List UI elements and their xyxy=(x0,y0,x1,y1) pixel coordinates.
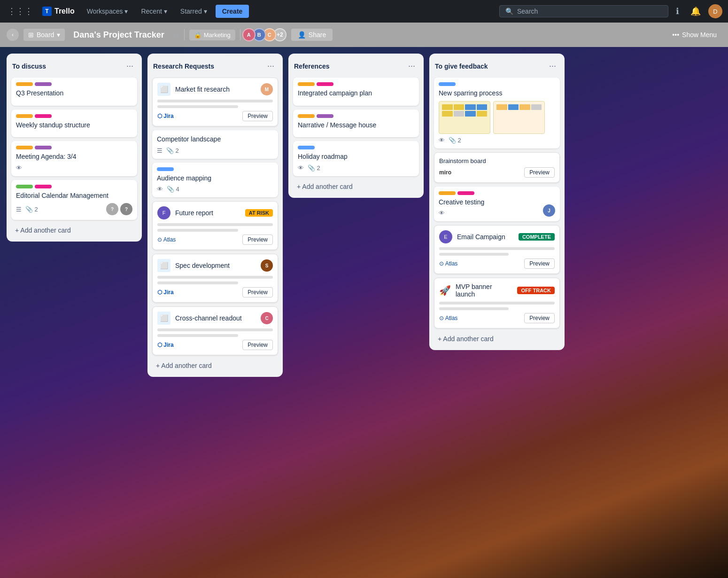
eye-icon: 👁 xyxy=(16,164,22,172)
progress-bar-2 xyxy=(157,334,238,337)
show-menu-button[interactable]: ••• Show Menu xyxy=(667,29,721,41)
notification-icon[interactable]: 🔔 xyxy=(687,4,705,18)
card-labels xyxy=(157,167,273,171)
jira-icon: ⬡ Jira xyxy=(157,342,174,348)
add-card-button[interactable]: + Add another card xyxy=(11,224,137,237)
card[interactable]: Competitor landscape☰📎 2 xyxy=(152,130,278,159)
column-research-requests: Research Requests ··· ⬜ Market fit resea… xyxy=(147,54,283,377)
progress-bar-2 xyxy=(157,105,238,108)
divider xyxy=(184,29,185,40)
miro-integration-card[interactable]: Brainstorm board miro Preview xyxy=(434,152,560,183)
board-view-button[interactable]: ⊞ Board ▾ xyxy=(23,29,65,41)
attachment-icon: 📎 4 xyxy=(167,186,179,193)
share-button[interactable]: 👤 Share xyxy=(291,29,333,41)
card-member-avatar: C xyxy=(261,312,273,324)
eye-icon: 👁 xyxy=(439,137,445,144)
card-title: Spec development xyxy=(175,262,256,269)
integration-card[interactable]: F Future report AT RISK ⊙ Atlas Preview xyxy=(152,201,278,250)
card[interactable]: Holiday roadmap👁📎 2 xyxy=(293,141,419,176)
card[interactable]: Integrated campaign plan xyxy=(293,78,419,106)
preview-button[interactable]: Preview xyxy=(524,313,555,323)
label xyxy=(35,146,52,149)
label xyxy=(298,146,315,149)
jira-square-icon: ⬜ xyxy=(157,312,170,325)
jira-square-icon: ⬜ xyxy=(157,259,170,272)
card[interactable]: Creative testing👁J xyxy=(434,187,560,222)
trello-logo-box: T xyxy=(42,7,52,16)
column-more-button[interactable]: ··· xyxy=(405,60,418,72)
card-footer: 👁📎 4 xyxy=(157,186,273,193)
label xyxy=(439,82,456,86)
column-title: To discuss xyxy=(12,62,46,70)
card-int-footer: ⬡ Jira Preview xyxy=(157,287,273,297)
attachment-icon: 📎 2 xyxy=(25,206,38,213)
card-title: Weekly standup structure xyxy=(16,121,132,130)
card-member-avatar-2: ? xyxy=(120,203,132,215)
preview-button[interactable]: Preview xyxy=(242,287,273,297)
column-more-button[interactable]: ··· xyxy=(546,60,559,72)
avatar-1[interactable]: A xyxy=(242,28,256,41)
card[interactable]: Editorial Calendar Management☰📎 2 ? ? xyxy=(11,180,137,220)
column-header: To discuss ··· xyxy=(11,58,137,74)
column-more-button[interactable]: ··· xyxy=(264,60,277,72)
list-icon: ☰ xyxy=(16,206,22,213)
card-int-header: ⬜ Market fit research M xyxy=(157,83,273,96)
integration-card[interactable]: ⬜ Spec development S ⬡ Jira Preview xyxy=(152,254,278,303)
star-icon[interactable]: ☆ xyxy=(173,31,179,39)
label xyxy=(16,82,33,86)
card-int-header: ⬜ Cross-channel readout C xyxy=(157,312,273,325)
card-title: Meeting Agenda: 3/4 xyxy=(16,152,132,162)
preview-button[interactable]: Preview xyxy=(524,167,555,178)
card-labels xyxy=(16,82,132,86)
column-title: References xyxy=(294,62,330,70)
board-title[interactable]: Dana's Project Tracker xyxy=(70,28,168,42)
card[interactable]: Audience mapping👁📎 4 xyxy=(152,163,278,198)
integration-card[interactable]: ⬜ Market fit research M ⬡ Jira Preview xyxy=(152,78,278,126)
collapse-button[interactable]: ‹ xyxy=(7,29,19,41)
progress-bar xyxy=(439,247,555,250)
add-card-button[interactable]: + Add another card xyxy=(434,332,560,345)
create-button[interactable]: Create xyxy=(216,5,249,18)
card[interactable]: Narrative / Message house xyxy=(293,109,419,138)
add-card-button[interactable]: + Add another card xyxy=(293,180,419,193)
search-input[interactable] xyxy=(517,8,662,15)
starred-button[interactable]: Starred ▾ xyxy=(176,5,212,18)
card[interactable]: New sparring process xyxy=(434,78,560,148)
preview-button[interactable]: Preview xyxy=(242,340,273,350)
card-footer: 👁📎 2 xyxy=(298,164,414,172)
jira-icon: ⬡ Jira xyxy=(157,113,174,119)
preview-button[interactable]: Preview xyxy=(242,234,273,245)
grid-icon[interactable]: ⋮⋮⋮ xyxy=(6,4,35,18)
card-title: Brainstorm board xyxy=(439,157,555,164)
integration-card[interactable]: ⬜ Cross-channel readout C ⬡ Jira Preview xyxy=(152,306,278,355)
info-icon[interactable]: ℹ xyxy=(672,4,683,18)
miro-thumb-2 xyxy=(493,101,545,134)
card-labels xyxy=(298,82,414,86)
recent-button[interactable]: Recent ▾ xyxy=(136,5,171,18)
preview-button[interactable]: Preview xyxy=(242,111,273,121)
card-labels xyxy=(298,146,414,149)
card-title: Future report xyxy=(175,209,240,217)
card-title: Q3 Presentation xyxy=(16,89,132,98)
atlas-integration-card[interactable]: E Email Campaign COMPLETE ⊙ Atlas Previe… xyxy=(434,225,560,274)
add-card-button[interactable]: + Add another card xyxy=(152,359,278,372)
column-more-button[interactable]: ··· xyxy=(124,60,136,72)
navigation: ⋮⋮⋮ T Trello Workspaces ▾ Recent ▾ Starr… xyxy=(0,0,728,23)
trello-logo[interactable]: T Trello xyxy=(39,5,78,18)
column-header: References ··· xyxy=(293,58,419,74)
workspaces-button[interactable]: Workspaces ▾ xyxy=(82,5,133,18)
label xyxy=(457,191,474,195)
card[interactable]: Meeting Agenda: 3/4👁 xyxy=(11,141,137,176)
share-icon: 👤 xyxy=(298,31,306,39)
label xyxy=(298,114,315,118)
workspace-tag[interactable]: 🔒 Marketing xyxy=(189,30,235,40)
card-member-avatar: S xyxy=(261,259,273,272)
column-to-give-feedback: To give feedback ··· New sparring proces… xyxy=(429,54,565,350)
miro-icon: miro xyxy=(439,169,451,176)
preview-button[interactable]: Preview xyxy=(524,258,555,269)
search-box[interactable]: 🔍 xyxy=(499,5,668,17)
user-avatar[interactable]: D xyxy=(708,4,722,18)
card[interactable]: Q3 Presentation xyxy=(11,78,137,106)
atlas-integration-card[interactable]: 🚀 MVP banner launch OFF TRACK ⊙ Atlas Pr… xyxy=(434,278,560,328)
card[interactable]: Weekly standup structure xyxy=(11,109,137,138)
